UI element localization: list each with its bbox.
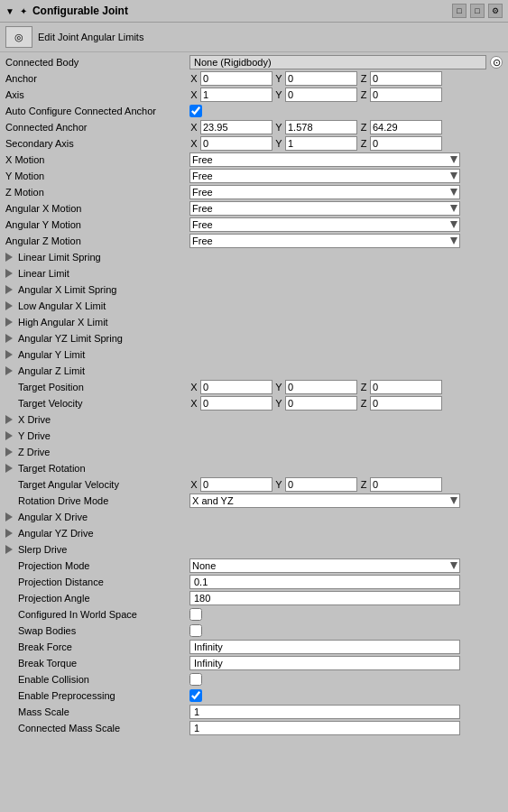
slerp-drive-section[interactable]: Slerp Drive <box>0 541 508 558</box>
connected-anchor-z-input[interactable] <box>370 120 442 134</box>
edit-joint-button[interactable]: ◎ <box>5 26 32 48</box>
angular-yz-limit-spring-label: Angular YZ Limit Spring <box>18 333 123 344</box>
target-vel-x-label: X <box>189 398 199 409</box>
rotation-drive-mode-select[interactable]: X and YZSlerp <box>189 494 460 508</box>
target-angvel-y-input[interactable] <box>285 477 357 492</box>
target-pos-z-input[interactable] <box>370 380 442 394</box>
z-drive-section[interactable]: Z Drive <box>0 444 508 460</box>
enable-preprocessing-checkbox[interactable] <box>189 689 202 702</box>
angular-y-limit-section[interactable]: Angular Y Limit <box>0 346 508 363</box>
projection-distance-input[interactable] <box>189 575 460 589</box>
angular-yz-drive-section[interactable]: Angular YZ Drive <box>0 525 508 541</box>
component-title: Configurable Joint <box>32 5 447 17</box>
target-vel-x-input[interactable] <box>200 396 272 411</box>
anchor-y-input[interactable] <box>285 71 357 86</box>
target-vel-y-label: Y <box>274 398 283 409</box>
connected-anchor-row: Connected Anchor X Y Z <box>0 119 508 135</box>
x-motion-select[interactable]: FreeLimitedLocked <box>189 152 460 167</box>
projection-distance-row: Projection Distance <box>0 574 508 590</box>
settings-icon[interactable]: ✦ <box>20 6 27 16</box>
axis-z-label: Z <box>359 89 368 100</box>
target-rotation-section[interactable]: Target Rotation <box>0 460 508 476</box>
target-pos-y-input[interactable] <box>285 380 357 394</box>
connected-mass-scale-row: Connected Mass Scale <box>0 720 508 736</box>
angular-z-motion-select[interactable]: FreeLimitedLocked <box>189 234 460 248</box>
linear-limit-section[interactable]: Linear Limit <box>0 265 508 281</box>
enable-collision-checkbox[interactable] <box>189 673 202 686</box>
angular-x-limit-spring-label: Angular X Limit Spring <box>18 284 116 295</box>
projection-angle-input[interactable] <box>189 591 460 605</box>
target-pos-y-label: Y <box>274 382 283 392</box>
edit-joint-icon: ◎ <box>14 32 23 43</box>
x-motion-row: X Motion FreeLimitedLocked <box>0 152 508 168</box>
enable-preprocessing-label: Enable Preprocessing <box>5 690 186 701</box>
secondary-z-input[interactable] <box>370 136 442 151</box>
angular-z-limit-triangle <box>5 366 13 375</box>
mass-scale-row: Mass Scale <box>0 704 508 720</box>
target-angvel-z-input[interactable] <box>370 477 442 492</box>
z-motion-select[interactable]: FreeLimitedLocked <box>189 185 460 199</box>
collapse-icon[interactable]: ▼ <box>5 6 14 16</box>
auto-configure-checkbox[interactable] <box>189 105 202 117</box>
target-angvel-x-input[interactable] <box>200 477 272 492</box>
high-angular-x-limit-section[interactable]: High Angular X Limit <box>0 314 508 330</box>
mass-scale-label: Mass Scale <box>5 706 186 717</box>
slerp-drive-label: Slerp Drive <box>18 544 67 555</box>
angular-x-drive-section[interactable]: Angular X Drive <box>0 509 508 525</box>
angular-z-motion-row: Angular Z Motion FreeLimitedLocked <box>0 233 508 249</box>
connected-anchor-y-label: Y <box>274 122 283 133</box>
header-icon-2[interactable]: □ <box>470 4 485 18</box>
header-icon-1[interactable]: □ <box>452 4 466 18</box>
x-drive-triangle <box>5 415 13 424</box>
secondary-x-input[interactable] <box>200 136 272 151</box>
target-vel-y-input[interactable] <box>285 396 357 411</box>
target-pos-z-label: Z <box>359 382 368 392</box>
break-torque-row: Break Torque <box>0 655 508 671</box>
x-drive-section[interactable]: X Drive <box>0 411 508 428</box>
rotation-drive-mode-label: Rotation Drive Mode <box>5 495 186 506</box>
target-pos-x-input[interactable] <box>200 380 272 394</box>
angular-y-limit-label: Angular Y Limit <box>18 349 85 360</box>
projection-angle-row: Projection Angle <box>0 590 508 606</box>
break-force-input[interactable] <box>189 640 460 654</box>
secondary-y-input[interactable] <box>285 136 357 151</box>
anchor-y-label: Y <box>274 73 283 84</box>
angular-x-limit-spring-section[interactable]: Angular X Limit Spring <box>0 281 508 298</box>
angular-x-motion-select[interactable]: FreeLimitedLocked <box>189 201 460 216</box>
configured-in-world-space-checkbox[interactable] <box>189 608 202 621</box>
projection-mode-select[interactable]: NonePositionAndRotationPositionOnly <box>189 558 460 573</box>
connected-mass-scale-input[interactable] <box>189 721 460 735</box>
connected-body-row: Connected Body ⊙ <box>0 54 508 70</box>
angular-x-limit-spring-triangle <box>5 285 13 294</box>
target-vel-z-input[interactable] <box>370 396 442 411</box>
connected-body-picker-icon[interactable]: ⊙ <box>490 56 503 69</box>
axis-y-input[interactable] <box>285 88 357 102</box>
angular-yz-drive-triangle <box>5 529 13 538</box>
connected-body-input[interactable] <box>189 55 486 69</box>
linear-limit-spring-section[interactable]: Linear Limit Spring <box>0 249 508 265</box>
break-torque-input[interactable] <box>189 656 460 670</box>
angular-yz-limit-spring-triangle <box>5 334 13 343</box>
angular-yz-limit-spring-section[interactable]: Angular YZ Limit Spring <box>0 330 508 346</box>
anchor-x-input[interactable] <box>200 71 272 86</box>
target-velocity-label: Target Velocity <box>5 398 186 409</box>
axis-z-input[interactable] <box>370 88 442 102</box>
auto-configure-label: Auto Configure Connected Anchor <box>5 106 186 116</box>
linear-limit-label: Linear Limit <box>18 268 69 279</box>
angular-y-motion-select[interactable]: FreeLimitedLocked <box>189 217 460 232</box>
header-icon-3[interactable]: ⚙ <box>488 4 503 18</box>
y-drive-section[interactable]: Y Drive <box>0 428 508 444</box>
connected-anchor-y-input[interactable] <box>285 120 357 134</box>
y-motion-select[interactable]: FreeLimitedLocked <box>189 169 460 183</box>
anchor-field-group: X Y Z <box>189 71 503 86</box>
low-angular-x-limit-section[interactable]: Low Angular X Limit <box>0 298 508 314</box>
target-angvel-x-label: X <box>189 479 199 490</box>
connected-anchor-x-input[interactable] <box>200 120 272 134</box>
angular-z-limit-section[interactable]: Angular Z Limit <box>0 363 508 379</box>
mass-scale-input[interactable] <box>189 705 460 719</box>
axis-x-input[interactable] <box>200 88 272 102</box>
x-drive-label: X Drive <box>18 414 51 425</box>
target-position-label: Target Position <box>5 382 186 392</box>
anchor-z-input[interactable] <box>370 71 442 86</box>
swap-bodies-checkbox[interactable] <box>189 624 202 637</box>
